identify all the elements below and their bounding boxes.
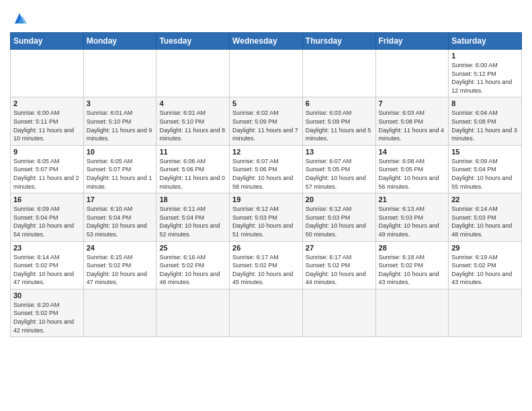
calendar-cell: 21Sunrise: 6:13 AM Sunset: 5:03 PM Dayli…	[375, 193, 449, 241]
calendar-cell: 20Sunrise: 6:12 AM Sunset: 5:03 PM Dayli…	[302, 193, 375, 241]
calendar-cell: 11Sunrise: 6:06 AM Sunset: 5:06 PM Dayli…	[157, 145, 230, 193]
day-number: 16	[13, 195, 81, 203]
day-number: 12	[232, 148, 300, 156]
day-number: 23	[13, 244, 81, 252]
week-row-0: 1Sunrise: 6:00 AM Sunset: 5:12 PM Daylig…	[11, 50, 522, 97]
week-row-4: 23Sunrise: 6:14 AM Sunset: 5:02 PM Dayli…	[11, 241, 522, 289]
day-number: 21	[379, 195, 446, 203]
weekday-header-friday: Friday	[375, 33, 449, 50]
calendar-cell	[11, 50, 84, 97]
weekday-header-saturday: Saturday	[449, 33, 522, 50]
day-info: Sunrise: 6:17 AM Sunset: 5:02 PM Dayligh…	[306, 253, 373, 287]
calendar-cell: 29Sunrise: 6:19 AM Sunset: 5:02 PM Dayli…	[449, 241, 522, 289]
day-info: Sunrise: 6:05 AM Sunset: 5:07 PM Dayligh…	[13, 157, 81, 191]
day-number: 27	[306, 244, 373, 252]
day-number: 9	[13, 148, 81, 156]
day-number: 25	[159, 244, 226, 252]
day-info: Sunrise: 6:00 AM Sunset: 5:11 PM Dayligh…	[13, 109, 81, 142]
calendar-cell: 7Sunrise: 6:03 AM Sunset: 5:08 PM Daylig…	[375, 97, 449, 145]
calendar-cell	[375, 289, 449, 336]
day-number: 3	[87, 99, 154, 107]
day-info: Sunrise: 6:01 AM Sunset: 5:10 PM Dayligh…	[87, 109, 154, 142]
day-info: Sunrise: 6:09 AM Sunset: 5:04 PM Dayligh…	[451, 157, 519, 191]
calendar-cell: 9Sunrise: 6:05 AM Sunset: 5:07 PM Daylig…	[11, 145, 84, 193]
calendar-cell	[302, 50, 375, 97]
weekday-header-row: SundayMondayTuesdayWednesdayThursdayFrid…	[11, 33, 522, 50]
calendar-cell: 18Sunrise: 6:11 AM Sunset: 5:04 PM Dayli…	[157, 193, 230, 241]
day-info: Sunrise: 6:03 AM Sunset: 5:08 PM Dayligh…	[379, 109, 446, 142]
calendar-cell: 30Sunrise: 6:20 AM Sunset: 5:02 PM Dayli…	[11, 289, 84, 336]
day-number: 17	[87, 195, 154, 203]
calendar-cell: 8Sunrise: 6:04 AM Sunset: 5:08 PM Daylig…	[449, 97, 522, 145]
day-number: 30	[13, 291, 81, 300]
calendar-cell: 17Sunrise: 6:10 AM Sunset: 5:04 PM Dayli…	[83, 193, 157, 241]
day-info: Sunrise: 6:20 AM Sunset: 5:02 PM Dayligh…	[13, 301, 81, 334]
calendar-cell	[375, 50, 449, 97]
day-number: 8	[451, 99, 519, 107]
weekday-header-sunday: Sunday	[11, 33, 84, 50]
calendar-cell	[302, 289, 375, 336]
calendar-cell	[230, 289, 303, 336]
day-info: Sunrise: 6:19 AM Sunset: 5:02 PM Dayligh…	[451, 253, 519, 287]
week-row-5: 30Sunrise: 6:20 AM Sunset: 5:02 PM Dayli…	[11, 289, 522, 336]
calendar-cell: 14Sunrise: 6:08 AM Sunset: 5:05 PM Dayli…	[375, 145, 449, 193]
weekday-header-thursday: Thursday	[302, 33, 375, 50]
calendar-cell: 12Sunrise: 6:07 AM Sunset: 5:06 PM Dayli…	[230, 145, 303, 193]
day-number: 5	[232, 99, 300, 107]
page: SundayMondayTuesdayWednesdayThursdayFrid…	[0, 0, 532, 411]
day-number: 20	[306, 195, 373, 203]
day-info: Sunrise: 6:16 AM Sunset: 5:02 PM Dayligh…	[159, 253, 226, 287]
day-number: 2	[13, 99, 81, 107]
calendar-cell: 13Sunrise: 6:07 AM Sunset: 5:05 PM Dayli…	[302, 145, 375, 193]
day-info: Sunrise: 6:17 AM Sunset: 5:02 PM Dayligh…	[232, 253, 300, 287]
day-info: Sunrise: 6:15 AM Sunset: 5:02 PM Dayligh…	[87, 253, 154, 287]
day-info: Sunrise: 6:10 AM Sunset: 5:04 PM Dayligh…	[87, 205, 154, 238]
day-info: Sunrise: 6:00 AM Sunset: 5:12 PM Dayligh…	[451, 61, 519, 95]
day-number: 6	[306, 99, 373, 107]
day-number: 22	[451, 195, 519, 203]
day-info: Sunrise: 6:05 AM Sunset: 5:07 PM Dayligh…	[87, 157, 154, 191]
day-number: 1	[451, 52, 519, 60]
day-number: 11	[159, 148, 226, 156]
weekday-header-wednesday: Wednesday	[230, 33, 303, 50]
week-row-1: 2Sunrise: 6:00 AM Sunset: 5:11 PM Daylig…	[11, 97, 522, 145]
calendar: SundayMondayTuesdayWednesdayThursdayFrid…	[10, 32, 522, 337]
weekday-header-tuesday: Tuesday	[157, 33, 230, 50]
calendar-cell: 6Sunrise: 6:03 AM Sunset: 5:09 PM Daylig…	[302, 97, 375, 145]
calendar-cell	[157, 50, 230, 97]
day-info: Sunrise: 6:12 AM Sunset: 5:03 PM Dayligh…	[232, 205, 300, 238]
day-info: Sunrise: 6:07 AM Sunset: 5:06 PM Dayligh…	[232, 157, 300, 191]
calendar-cell: 1Sunrise: 6:00 AM Sunset: 5:12 PM Daylig…	[449, 50, 522, 97]
calendar-cell: 5Sunrise: 6:02 AM Sunset: 5:09 PM Daylig…	[230, 97, 303, 145]
day-number: 28	[379, 244, 446, 252]
logo-icon	[10, 9, 29, 28]
calendar-cell: 2Sunrise: 6:00 AM Sunset: 5:11 PM Daylig…	[11, 97, 84, 145]
logo	[10, 9, 32, 28]
day-info: Sunrise: 6:12 AM Sunset: 5:03 PM Dayligh…	[306, 205, 373, 238]
weekday-header-monday: Monday	[83, 33, 157, 50]
week-row-2: 9Sunrise: 6:05 AM Sunset: 5:07 PM Daylig…	[11, 145, 522, 193]
calendar-cell: 4Sunrise: 6:01 AM Sunset: 5:10 PM Daylig…	[157, 97, 230, 145]
calendar-cell: 19Sunrise: 6:12 AM Sunset: 5:03 PM Dayli…	[230, 193, 303, 241]
day-info: Sunrise: 6:01 AM Sunset: 5:10 PM Dayligh…	[159, 109, 226, 142]
day-number: 18	[159, 195, 226, 203]
day-info: Sunrise: 6:14 AM Sunset: 5:02 PM Dayligh…	[13, 253, 81, 287]
day-number: 10	[87, 148, 154, 156]
day-info: Sunrise: 6:14 AM Sunset: 5:03 PM Dayligh…	[451, 205, 519, 238]
calendar-cell: 26Sunrise: 6:17 AM Sunset: 5:02 PM Dayli…	[230, 241, 303, 289]
day-number: 24	[87, 244, 154, 252]
day-number: 4	[159, 99, 226, 107]
calendar-cell: 16Sunrise: 6:09 AM Sunset: 5:04 PM Dayli…	[11, 193, 84, 241]
calendar-cell	[83, 289, 157, 336]
calendar-cell: 28Sunrise: 6:18 AM Sunset: 5:02 PM Dayli…	[375, 241, 449, 289]
day-info: Sunrise: 6:09 AM Sunset: 5:04 PM Dayligh…	[13, 205, 81, 238]
calendar-cell: 23Sunrise: 6:14 AM Sunset: 5:02 PM Dayli…	[11, 241, 84, 289]
day-number: 13	[306, 148, 373, 156]
day-number: 29	[451, 244, 519, 252]
calendar-cell: 10Sunrise: 6:05 AM Sunset: 5:07 PM Dayli…	[83, 145, 157, 193]
day-number: 26	[232, 244, 300, 252]
week-row-3: 16Sunrise: 6:09 AM Sunset: 5:04 PM Dayli…	[11, 193, 522, 241]
calendar-cell	[230, 50, 303, 97]
day-info: Sunrise: 6:13 AM Sunset: 5:03 PM Dayligh…	[379, 205, 446, 238]
calendar-cell: 24Sunrise: 6:15 AM Sunset: 5:02 PM Dayli…	[83, 241, 157, 289]
